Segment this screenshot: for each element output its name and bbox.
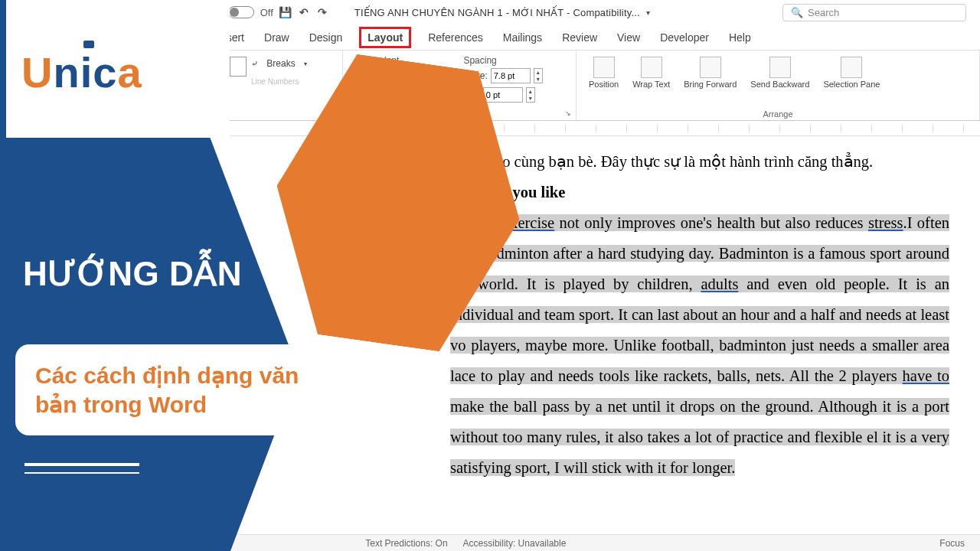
document-body: động nào cùng bạn bè. Đây thực sự là một…	[450, 147, 949, 484]
tab-design[interactable]: Design	[306, 27, 346, 48]
tab-mailings[interactable]: Mailings	[500, 27, 545, 48]
tab-references[interactable]: References	[425, 27, 486, 48]
wrap-text-button[interactable]: Wrap Text	[628, 54, 675, 92]
spacing-after-spinner[interactable]: ▲▼	[526, 87, 535, 103]
doc-selection: Playing exercise not only improves one's…	[450, 214, 949, 476]
title-dropdown-icon[interactable]: ▾	[646, 8, 650, 17]
tab-developer[interactable]: Developer	[657, 27, 712, 48]
autosave-off-label: Off	[260, 7, 273, 18]
orientation-icon[interactable]	[230, 57, 247, 77]
status-focus[interactable]: Focus	[939, 538, 965, 549]
save-icon[interactable]: 💾	[279, 6, 292, 18]
position-button[interactable]: Position	[584, 54, 623, 92]
tab-view[interactable]: View	[614, 27, 643, 48]
send-backward-button[interactable]: Send Backward	[746, 54, 814, 92]
tab-review[interactable]: Review	[559, 27, 600, 48]
quick-access-toolbar: ve Off 💾 ↶ ↷ TIẾNG ANH CHUYÊN NGÀNH 1 - …	[198, 0, 980, 24]
search-icon: 🔍	[791, 7, 803, 18]
search-placeholder: Search	[808, 7, 839, 18]
ribbon-panel: ⤶ Breaks ▾ Line Numbers Indent Spacing ⇥…	[198, 51, 980, 121]
overlay-title: HƯỚNG DẪN	[23, 254, 242, 293]
tab-help[interactable]: Help	[726, 27, 754, 48]
undo-icon[interactable]: ↶	[298, 6, 310, 18]
document-title: TIẾNG ANH CHUYÊN NGÀNH 1 - MỚI NHẤT - Co…	[354, 7, 640, 18]
tab-draw[interactable]: Draw	[261, 27, 292, 48]
doc-line-0: động nào cùng bạn bè. Đây thực sự là một…	[450, 153, 873, 170]
status-accessibility[interactable]: Accessibility: Unavailable	[463, 538, 567, 549]
ribbon-tabs: Insert Draw Design Layout References Mai…	[198, 24, 980, 51]
overlay-subtitle-card: Các cách định dạng văn bản trong Word	[15, 344, 337, 435]
tab-layout[interactable]: Layout	[359, 27, 411, 48]
status-bar: Text Predictions: On Accessibility: Unav…	[198, 534, 980, 551]
breaks-button[interactable]: ⤶ Breaks ▾	[251, 55, 312, 72]
unica-logo: Unica	[21, 47, 142, 97]
autosave-toggle[interactable]	[228, 6, 254, 18]
spacing-before-input[interactable]	[491, 68, 531, 83]
selection-pane-button[interactable]: Selection Pane	[818, 54, 884, 92]
spacing-before-spinner[interactable]: ▲▼	[534, 68, 543, 83]
spacing-after-input[interactable]	[483, 87, 523, 103]
decorative-underline	[24, 463, 139, 466]
bring-forward-button[interactable]: Bring Forward	[679, 54, 741, 92]
arrange-group-label: Arrange	[577, 109, 979, 119]
overlay-subtitle: Các cách định dạng văn bản trong Word	[35, 361, 317, 419]
redo-icon[interactable]: ↷	[316, 6, 328, 18]
spacing-heading: Spacing	[463, 55, 496, 66]
group-arrange: Position Wrap Text Bring Forward Send Ba…	[577, 51, 980, 120]
left-edge-strip	[0, 0, 6, 551]
search-input[interactable]: 🔍 Search	[782, 4, 966, 21]
status-text-predictions[interactable]: Text Predictions: On	[365, 538, 447, 549]
line-numbers-button[interactable]: Line Numbers	[251, 73, 312, 90]
